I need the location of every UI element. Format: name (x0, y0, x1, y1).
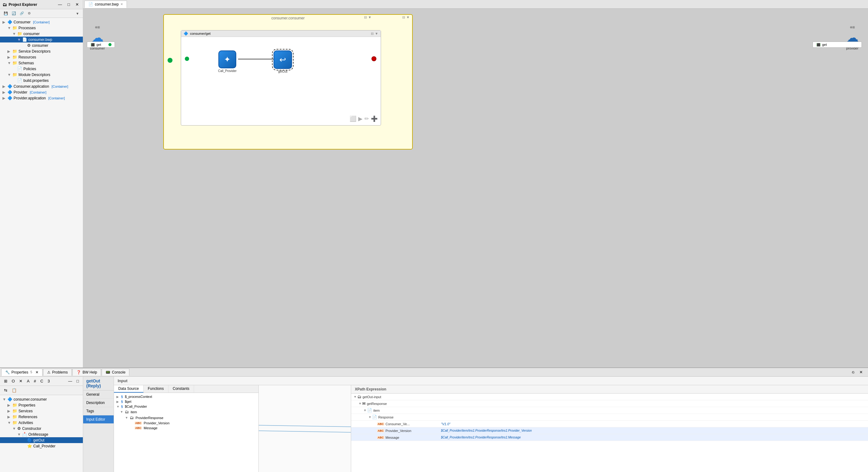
tree-item-consumer-folder[interactable]: ▼ 📁 consumer (0, 31, 83, 37)
lower-tree-references[interactable]: ▶ 📁 References (0, 414, 83, 420)
connection-line (238, 59, 275, 59)
data-tab-functions[interactable]: Functions (144, 385, 168, 393)
lower-tree-activities[interactable]: ▼ 📁 Activities (0, 420, 83, 426)
provider-get-box[interactable]: ⬛ get (812, 41, 862, 48)
tree-label: Consumer.application (13, 84, 49, 89)
ls-icon1[interactable]: ⊞ (2, 378, 9, 384)
call-provider-node[interactable]: ✦ Call_Provider (218, 50, 237, 73)
ds-call-provider[interactable]: ▼ § $Call_Provider (115, 404, 257, 409)
ls-move-icon[interactable]: ⇆ (2, 387, 9, 394)
pe-minimize-btn[interactable]: — (56, 1, 63, 8)
ls-icon3[interactable]: ✕ (18, 378, 24, 384)
tree-item-consumer-process[interactable]: ⚙ consumer (0, 42, 83, 48)
tree-item-consumer-bwp[interactable]: ▼ 📄 consumer.bwp (0, 37, 83, 42)
lower-tree-getout[interactable]: 🔵 getOut (0, 437, 83, 443)
nav-general[interactable]: General (83, 391, 114, 399)
ds-provider-response[interactable]: ▼ 🗂 ProviderResponse (115, 415, 257, 420)
lower-tree-call-provider[interactable]: ⭐ Call_Provider (0, 443, 83, 449)
xr-name: Consumer_Ve... (385, 422, 441, 426)
step-icon3[interactable]: ✏ (364, 115, 369, 122)
lower-tree-onmessage[interactable]: ▼ 📩 OnMessage (0, 431, 83, 437)
ds-provider-version[interactable]: ABC Provider_Version (115, 420, 257, 426)
data-source-tree: ▶ § $_processContext ▶ § $get (114, 393, 258, 472)
tab-close-btn[interactable]: ✕ (120, 2, 123, 6)
nav-input-editor[interactable]: Input Editor (83, 415, 114, 424)
data-tab-datasource[interactable]: Data Source (114, 385, 144, 393)
getout-node[interactable]: ↩ getOut (274, 50, 292, 73)
tree-label: Service Descriptors (19, 49, 51, 54)
ls-icon7[interactable]: 3 (46, 378, 51, 384)
ds-item[interactable]: ▼ 🗂 item (115, 409, 257, 415)
nav-description[interactable]: Description (83, 399, 114, 407)
tab-bw-help[interactable]: ❓ BW Help (72, 369, 101, 376)
cc-icon: 🔷 (7, 397, 12, 402)
add-step-icon[interactable]: ⬜ (350, 115, 356, 122)
editor-tab-consumer-bwp[interactable]: 📄 consumer.bwp ✕ (84, 1, 127, 8)
folder-icon: 📁 (12, 61, 17, 65)
call-provider-label: Call_Provider (218, 69, 237, 73)
ls-icon4[interactable]: A (25, 378, 31, 384)
xr-name: Response (378, 415, 434, 419)
expand-icon: ▶ (7, 403, 11, 407)
lower-tree-properties[interactable]: ▶ 📁 Properties (0, 402, 83, 408)
step-icon4[interactable]: ➕ (371, 115, 378, 122)
tab-console[interactable]: 📟 Console (102, 369, 129, 376)
pe-collapse-btn[interactable]: ▼ (74, 11, 81, 16)
ls-icon5[interactable]: # (32, 378, 38, 384)
xr-getresponse[interactable]: ▼ ✉ getResponse (351, 400, 868, 407)
consumer-get-box[interactable]: ⬛ get (87, 41, 115, 48)
ds-message[interactable]: ABC Message (115, 426, 257, 431)
tab-problems[interactable]: ⚠ Problems (43, 369, 72, 376)
tree-item-policies[interactable]: 📄 Policies (0, 66, 83, 72)
pe-settings-btn[interactable]: ⚙ (27, 10, 32, 16)
ls-icon6[interactable]: C (39, 378, 45, 384)
ls-icon2[interactable]: O (10, 378, 16, 384)
pe-refresh-btn[interactable]: 🔄 (10, 10, 17, 16)
tree-item-schemas[interactable]: ▼ 📁 Schemas (0, 60, 83, 66)
properties-tab-close[interactable]: ✕ (35, 370, 38, 374)
tree-item-build-properties[interactable]: 📄 build.properties (0, 77, 83, 83)
tree-item-consumer-app[interactable]: ▶ 🔷 Consumer.application [Container] (0, 83, 83, 89)
tab-properties[interactable]: 🔧 Properties 5 ✕ (1, 369, 42, 376)
tree-item-provider[interactable]: ▶ 🔷 Provider [Container] (0, 89, 83, 95)
external-link-btn[interactable]: ⎋ (850, 369, 856, 375)
tree-item-service-descriptors[interactable]: ▶ 📁 Service Descriptors (0, 48, 83, 54)
pe-toolbar: 💾 🔄 🔗 ⚙ ▼ (0, 9, 83, 18)
xr-response[interactable]: ▼ 📄 Response (351, 414, 868, 420)
xr-consumer-ve[interactable]: ABC Consumer_Ve... "V1.0" (351, 420, 868, 427)
expand-icon: ▼ (2, 397, 6, 402)
tree-item-resources[interactable]: ▶ 📁 Resources (0, 54, 83, 60)
close-panel-btn[interactable]: ✕ (858, 369, 864, 375)
lower-tree-constructor[interactable]: ▼ ⚙ Constructor (0, 426, 83, 431)
lower-tree-services[interactable]: ▶ 📁 Services (0, 408, 83, 414)
ds-get[interactable]: ▶ § $get (115, 399, 257, 404)
xr-message[interactable]: ABC Message $Call_Provider/item/tns1:Pro… (351, 434, 868, 441)
xr-getout-input[interactable]: ▼ 🗂 getOut-input (351, 394, 868, 400)
expand-icon: ▶ (2, 84, 6, 89)
folder-icon: 📁 (12, 414, 17, 419)
lower-tree-consumer-consumer[interactable]: ▼ 🔷 consumer.consumer (0, 396, 83, 402)
pe-close-btn[interactable]: ✕ (74, 1, 81, 8)
expand-icon: ▶ (117, 400, 120, 403)
ls-copy-icon[interactable]: 📋 (10, 387, 18, 394)
tree-item-processes[interactable]: ▼ 📁 Processes (0, 25, 83, 31)
pe-link-btn[interactable]: 🔗 (19, 10, 25, 16)
pe-maximize-btn[interactable]: □ (66, 1, 71, 8)
type-icon: § (121, 395, 123, 399)
ls-maximize[interactable]: □ (75, 378, 81, 384)
expand-icon: ▼ (7, 26, 11, 30)
ls-minimize[interactable]: — (66, 378, 73, 384)
tree-item-provider-app[interactable]: ▶ 🔷 Provider.application [Container] (0, 95, 83, 101)
swim-start-node (185, 57, 189, 61)
xr-item[interactable]: ▼ 📄 item (351, 407, 868, 414)
pe-save-btn[interactable]: 💾 (2, 10, 9, 16)
xr-provider-version[interactable]: ABC Provider_Version $Call_Provider/item… (351, 427, 868, 434)
expand-icon: ▼ (7, 61, 11, 65)
ds-processcontext[interactable]: ▶ § $_processContext (115, 394, 257, 399)
step-icon2[interactable]: ▶ (358, 115, 363, 122)
tree-item-consumer-container[interactable]: ▶ 🔷 Consumer [Container] (0, 19, 83, 25)
editor-canvas[interactable]: ⊕⊞ ☁ consumer ⬛ get consumer.consumer (83, 9, 868, 367)
data-tab-constants[interactable]: Constants (168, 385, 194, 393)
tree-item-module-descriptors[interactable]: ▼ 📁 Module Descriptors (0, 72, 83, 77)
nav-tags[interactable]: Tags (83, 407, 114, 415)
